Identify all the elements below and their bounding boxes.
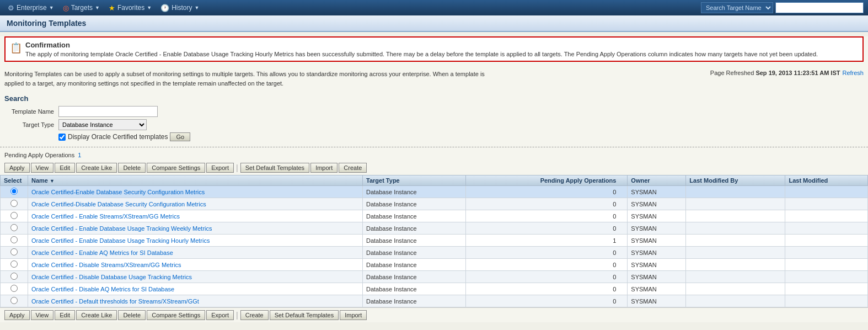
row-radio[interactable] [10,285,18,292]
row-last-modified-cell [785,210,868,222]
nav-targets[interactable]: ◎ Targets ▼ [60,3,103,13]
row-pending-apply-cell: 0 [465,259,628,271]
nav-enterprise[interactable]: ⚙ Enterprise ▼ [4,3,57,13]
search-target-dropdown[interactable]: Search Target Name [701,2,773,13]
row-last-modified-cell [785,247,868,259]
targets-icon: ◎ [63,4,69,12]
target-type-select-wrap: Database Instance Host Oracle Database [58,119,147,130]
create-like-bottom-button[interactable]: Create Like [76,310,117,320]
row-radio[interactable] [10,297,18,304]
delete-bottom-button[interactable]: Delete [118,310,146,320]
template-name-link[interactable]: Oracle Certified - Disable AQ Metrics fo… [31,286,174,292]
row-radio[interactable] [10,212,18,219]
create-button[interactable]: Set Default Templates [240,163,309,173]
row-select-cell[interactable] [1,186,28,198]
row-radio[interactable] [10,188,18,195]
template-name-link[interactable]: Oracle Certified - Enable Database Usage… [31,225,212,232]
row-name-cell: Oracle Certified - Enable Streams/XStrea… [28,210,363,222]
checkbox-row: Display Oracle Certified templates Go [4,132,864,141]
template-name-link[interactable]: Oracle Certified-Disable Database Securi… [31,201,206,207]
edit-button[interactable]: Edit [55,163,75,173]
row-radio[interactable] [10,236,18,243]
import-button[interactable]: Create [339,163,367,173]
row-select-cell[interactable] [1,210,28,222]
row-select-cell[interactable] [1,235,28,247]
top-toolbar: Apply View Edit Create Like Delete Compa… [0,161,868,175]
create-bottom-button[interactable]: Create [240,310,269,320]
apply-button[interactable]: Apply [4,163,30,173]
row-name-cell: Oracle Certified-Disable Database Securi… [28,198,363,210]
template-name-link[interactable]: Oracle Certified - Disable Streams/XStre… [31,262,181,268]
set-default-templates-bottom-button[interactable]: Set Default Templates [270,310,339,320]
refresh-link[interactable]: Refresh [842,70,864,76]
row-select-cell[interactable] [1,283,28,295]
template-name-link[interactable]: Oracle Certified - Enable AQ Metrics for… [31,249,173,256]
row-radio[interactable] [10,224,18,231]
row-owner-cell: SYSMAN [628,259,686,271]
row-radio[interactable] [10,248,18,256]
row-select-cell[interactable] [1,295,28,307]
row-target-type-cell: Database Instance [363,222,466,235]
row-radio[interactable] [10,200,18,207]
delete-button[interactable]: Delete [118,163,146,173]
target-type-select[interactable]: Database Instance Host Oracle Database [58,119,147,130]
compare-settings-button[interactable]: Compare Settings [147,163,205,173]
row-name-cell: Oracle Certified - Enable Database Usage… [28,235,363,247]
apply-bottom-button[interactable]: Apply [4,310,30,320]
edit-bottom-button[interactable]: Edit [55,310,75,320]
nav-history[interactable]: 🕐 History ▼ [157,3,202,13]
row-select-cell[interactable] [1,222,28,235]
row-target-type-cell: Database Instance [363,295,466,307]
row-select-cell[interactable] [1,271,28,283]
row-pending-apply-cell: 0 [465,247,628,259]
row-target-type-cell: Database Instance [363,198,466,210]
import-bottom-button[interactable]: Import [340,310,367,320]
bottom-toolbar-separator: | [236,311,238,320]
pending-apply-count[interactable]: 1 [78,152,81,158]
table-row: Oracle Certified - Enable Streams/XStrea… [1,210,868,222]
row-name-cell: Oracle Certified - Disable Database Usag… [28,271,363,283]
enterprise-icon: ⚙ [8,4,14,12]
row-pending-apply-cell: 0 [465,295,628,307]
create-like-button[interactable]: Create Like [76,163,117,173]
enterprise-chevron-icon: ▼ [49,5,54,10]
row-pending-apply-cell: 0 [465,222,628,235]
row-radio[interactable] [10,273,18,280]
row-last-modified-by-cell [686,283,785,295]
view-button[interactable]: View [31,163,54,173]
row-owner-cell: SYSMAN [628,222,686,235]
export-bottom-button[interactable]: Export [206,310,234,320]
confirmation-content: Confirmation The apply of monitoring tem… [25,41,858,57]
template-name-link[interactable]: Oracle Certified - Enable Database Usage… [31,237,210,244]
toolbar-separator: | [236,163,238,172]
row-name-cell: Oracle Certified - Enable Database Usage… [28,222,363,235]
page-refreshed-label: Page Refreshed Sep 19, 2013 11:23:51 AM … [710,70,840,76]
col-name[interactable]: Name ▼ [28,175,363,186]
view-bottom-button[interactable]: View [31,310,54,320]
name-sort-icon: ▼ [50,178,55,184]
template-name-link[interactable]: Oracle Certified - Enable Streams/XStrea… [31,213,180,220]
table-header-row: Select Name ▼ Target Type Pending Apply … [1,175,868,186]
row-radio[interactable] [10,260,18,268]
col-pending-apply: Pending Apply Operations [465,175,628,186]
row-owner-cell: SYSMAN [628,235,686,247]
set-default-templates-button[interactable]: Import [310,163,337,173]
row-last-modified-cell [785,222,868,235]
go-button[interactable]: Go [170,132,190,141]
row-pending-apply-cell: 0 [465,186,628,198]
template-name-link[interactable]: Oracle Certified - Default thresholds fo… [31,298,199,305]
row-select-cell[interactable] [1,247,28,259]
template-name-link[interactable]: Oracle Certified-Enable Database Securit… [31,189,205,195]
row-select-cell[interactable] [1,198,28,210]
search-target-input[interactable] [775,2,864,13]
compare-settings-bottom-button[interactable]: Compare Settings [147,310,205,320]
nav-favorites[interactable]: ★ Favorites ▼ [105,3,155,13]
template-name-link[interactable]: Oracle Certified - Disable Database Usag… [31,274,192,280]
template-name-input[interactable] [58,106,158,117]
row-owner-cell: SYSMAN [628,283,686,295]
oracle-certified-checkbox[interactable] [58,134,66,141]
row-select-cell[interactable] [1,259,28,271]
export-button[interactable]: Export [206,163,234,173]
row-last-modified-cell [785,283,868,295]
confirmation-icon: 📋 [10,42,22,54]
